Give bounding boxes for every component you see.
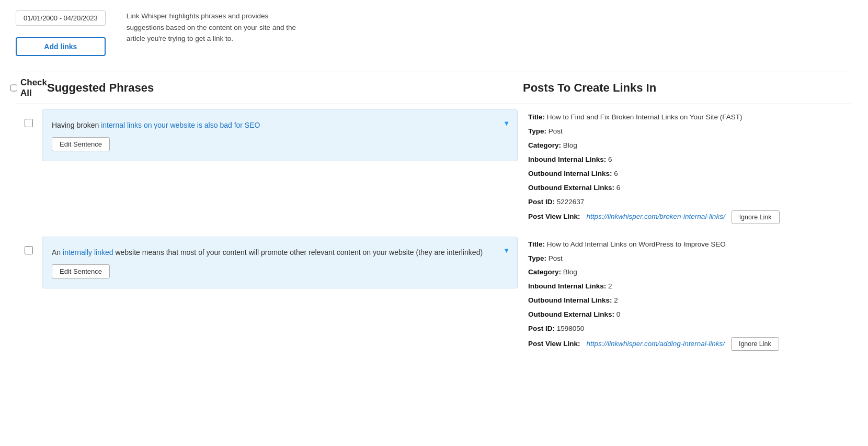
suggestions-list: ▼Having broken internal links on your we… — [16, 109, 852, 353]
post-view-label: Post View Link: — [528, 211, 580, 223]
edit-sentence-button[interactable]: Edit Sentence — [52, 137, 110, 151]
post-info-line: Category: Blog — [528, 140, 852, 152]
post-info-line: Post ID: 1598050 — [528, 323, 852, 335]
columns-header: Check All Suggested Phrases Posts To Cre… — [16, 72, 852, 104]
row-checkbox-0[interactable] — [25, 119, 33, 127]
post-info-line: Category: Blog — [528, 266, 852, 278]
posts-to-create-links-header: Posts To Create Links In — [518, 81, 852, 95]
ignore-link-button[interactable]: Ignore Link — [732, 210, 780, 224]
post-info-line: Outbound External Links: 6 — [528, 182, 852, 194]
phrase-box-0: ▼Having broken internal links on your we… — [42, 109, 518, 161]
post-info: Title: How to Add Internal Links on Word… — [518, 237, 852, 353]
post-view-url[interactable]: https://linkwhisper.com/broken-internal-… — [587, 211, 725, 223]
post-info-line: Post ID: 5222637 — [528, 196, 852, 208]
add-links-button[interactable]: Add links — [16, 37, 106, 56]
post-info-line: Title: How to Find and Fix Broken Intern… — [528, 112, 852, 124]
post-view-line: Post View Link:https://linkwhisper.com/b… — [528, 210, 852, 224]
phrase-link[interactable]: internal links on your website is also b… — [101, 121, 260, 129]
check-all-cell[interactable]: Check All — [16, 77, 42, 98]
phrase-box-1: ▼An internally linked website means that… — [42, 237, 518, 288]
table-row: ▼Having broken internal links on your we… — [16, 109, 852, 226]
check-all-checkbox[interactable] — [10, 84, 17, 92]
phrase-text: Having broken internal links on your web… — [52, 119, 507, 131]
phrase-text: An internally linked website means that … — [52, 247, 507, 258]
table-row: ▼An internally linked website means that… — [16, 237, 852, 353]
row-check-1 — [16, 237, 42, 254]
post-info-line: Outbound External Links: 0 — [528, 309, 852, 321]
post-info-line: Type: Post — [528, 126, 852, 138]
post-view-line: Post View Link:https://linkwhisper.com/a… — [528, 337, 852, 351]
post-info: Title: How to Find and Fix Broken Intern… — [518, 109, 852, 226]
post-view-label: Post View Link: — [528, 338, 580, 350]
row-checkbox-1[interactable] — [25, 246, 33, 254]
post-info-line: Inbound Internal Links: 6 — [528, 154, 852, 166]
dropdown-arrow-icon[interactable]: ▼ — [503, 247, 510, 254]
post-info-line: Outbound Internal Links: 6 — [528, 168, 852, 180]
post-info-line: Title: How to Add Internal Links on Word… — [528, 239, 852, 251]
post-info-line: Type: Post — [528, 253, 852, 265]
dropdown-arrow-icon[interactable]: ▼ — [503, 119, 510, 127]
info-text: Link Whisper highlights phrases and prov… — [127, 10, 304, 44]
phrase-link[interactable]: internally linked — [63, 248, 113, 257]
edit-sentence-button[interactable]: Edit Sentence — [52, 264, 110, 278]
suggested-phrases-header: Suggested Phrases — [42, 81, 518, 95]
post-view-url[interactable]: https://linkwhisper.com/adding-internal-… — [587, 338, 725, 350]
date-range-display: 01/01/2000 - 04/20/2023 — [16, 10, 106, 26]
row-check-0 — [16, 109, 42, 127]
post-info-line: Outbound Internal Links: 2 — [528, 295, 852, 307]
ignore-link-button[interactable]: Ignore Link — [731, 337, 779, 351]
post-info-line: Inbound Internal Links: 2 — [528, 281, 852, 293]
